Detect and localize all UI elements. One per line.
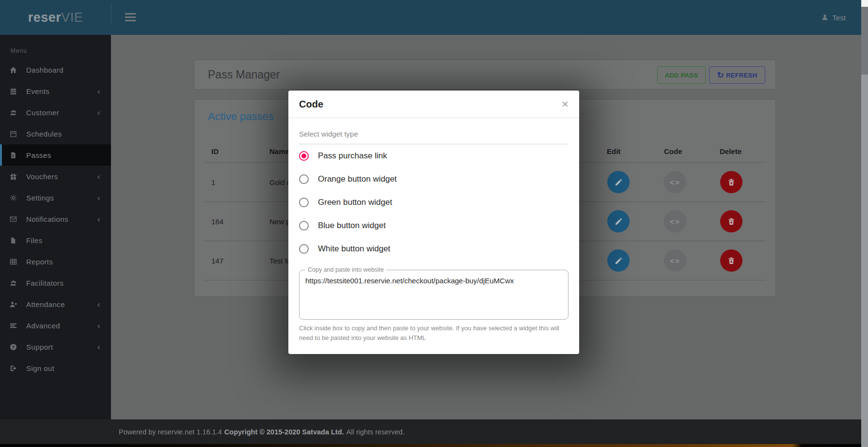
radio-icon [299,151,309,161]
widget-type-options: Pass purchase link Orange button widget … [299,144,568,261]
modal-title: Code [299,99,323,110]
radio-icon [299,221,309,231]
modal-body: Select widget type Pass purchase link Or… [288,118,579,343]
code-value-box[interactable]: https://testsite001.reservie.net/checkou… [304,274,563,287]
widget-type-option[interactable]: White button widget [299,237,568,261]
widget-type-label: Select widget type [299,125,568,144]
close-icon[interactable]: × [562,98,568,110]
code-fieldset: Copy and paste into website https://test… [299,266,568,320]
widget-type-option[interactable]: Pass purchase link [299,144,568,168]
radio-option-label: Blue button widget [318,221,386,231]
radio-option-label: Green button widget [318,198,392,207]
scrollbar-cap [861,0,868,7]
helper-text: Click inside box to copy and then paste … [299,324,560,343]
modal-header: Code × [288,91,579,118]
widget-type-option[interactable]: Green button widget [299,191,568,214]
radio-option-label: Orange button widget [318,174,397,184]
radio-icon [299,174,309,184]
radio-icon [299,198,309,207]
radio-icon [299,244,309,254]
scrollbar-thumb[interactable] [861,7,868,75]
radio-option-label: Pass purchase link [318,151,387,161]
scrollbar [861,0,868,447]
code-fieldset-legend: Copy and paste into website [305,266,386,273]
widget-type-option[interactable]: Orange button widget [299,168,568,191]
radio-option-label: White button widget [318,244,390,254]
widget-type-option[interactable]: Blue button widget [299,214,568,237]
code-modal: Code × Select widget type Pass purchase … [288,91,579,354]
